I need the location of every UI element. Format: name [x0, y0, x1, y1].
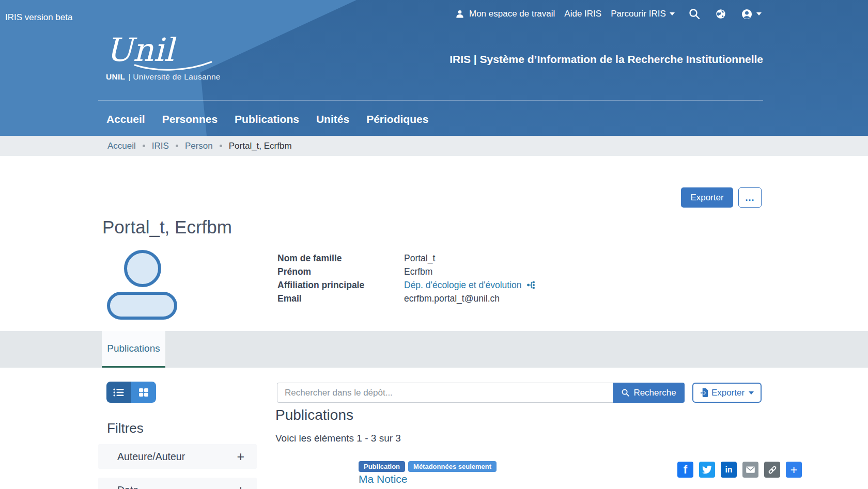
field-value: Ecrfbm: [404, 266, 432, 277]
copy-link-icon[interactable]: [764, 462, 780, 478]
globe-icon: [715, 8, 726, 20]
filter-auteur[interactable]: Auteure/Auteur +: [98, 444, 257, 469]
badge-publication: Publication: [359, 461, 405, 472]
caret-down-icon: [749, 391, 754, 395]
result-item-title[interactable]: Ma Notice: [359, 473, 408, 485]
unil-tagline-text: | Université de Lausanne: [128, 72, 220, 81]
unil-logo-script: Unil: [106, 33, 177, 69]
list-view-icon: [113, 388, 125, 397]
results-export-dropdown[interactable]: Exporter: [692, 383, 762, 403]
header-hero: IRIS version beta Mon espace de travail …: [0, 0, 868, 136]
field-row: Email ecrfbm.portal_t@unil.ch: [277, 292, 536, 305]
affiliation-label: Dép. d'écologie et d'évolution: [404, 280, 522, 291]
affiliation-link[interactable]: Dép. d'écologie et d'évolution: [404, 280, 536, 291]
repository-search-input[interactable]: [277, 383, 613, 403]
chain-link-icon: [767, 465, 778, 475]
export-dropdown-label: Exporter: [711, 388, 745, 398]
results-count: Voici les éléments 1 - 3 sur 3: [275, 433, 401, 444]
breadcrumb-accueil[interactable]: Accueil: [107, 141, 136, 151]
search-icon: [688, 8, 701, 20]
plus-icon: +: [237, 449, 244, 464]
nav-personnes[interactable]: Personnes: [162, 113, 218, 125]
field-row: Affiliation principale Dép. d'écologie e…: [277, 278, 536, 292]
field-label: Email: [277, 293, 404, 304]
more-actions-button[interactable]: ...: [738, 187, 762, 208]
breadcrumb-current: Portal_t, Ecrfbm: [229, 141, 292, 151]
person-details: Nom de famille Portal_t Prénom Ecrfbm Af…: [277, 251, 536, 305]
unil-acronym: UNIL: [106, 72, 125, 81]
breadcrumb-separator: [176, 145, 178, 147]
search-button-label: Recherche: [633, 388, 676, 398]
facebook-share-icon[interactable]: f: [677, 462, 693, 478]
account-menu[interactable]: [741, 8, 762, 20]
badge-metadata-only: Métadonnées seulement: [408, 461, 497, 472]
filter-label: Auteure/Auteur: [117, 451, 185, 463]
breadcrumb-person[interactable]: Person: [185, 141, 213, 151]
email-share-icon[interactable]: [742, 462, 758, 478]
filters-title: Filtres: [107, 420, 144, 436]
field-label: Prénom: [277, 266, 404, 277]
account-icon: [741, 8, 753, 20]
unil-logo[interactable]: Unil: [105, 33, 224, 76]
share-buttons: f in +: [677, 462, 802, 478]
main-nav: Accueil Personnes Publications Unités Pé…: [106, 113, 428, 125]
topbar-menu: Mon espace de travail Aide IRIS Parcouri…: [455, 6, 762, 22]
browse-label: Parcourir IRIS: [611, 9, 666, 19]
linkedin-share-icon[interactable]: in: [721, 462, 737, 478]
file-export-icon: [700, 388, 710, 398]
tab-strip: Publications: [0, 331, 868, 368]
plus-icon: +: [237, 483, 244, 489]
unil-logo-tagline: UNIL| Université de Lausanne: [106, 72, 221, 82]
nav-periodiques[interactable]: Périodiques: [366, 113, 428, 125]
results-heading: Publications: [275, 407, 353, 423]
breadcrumb-iris[interactable]: IRIS: [152, 141, 169, 151]
breadcrumb-separator: [220, 145, 222, 147]
tab-publications[interactable]: Publications: [102, 331, 165, 368]
caret-down-icon: [756, 12, 762, 15]
breadcrumb: Accueil IRIS Person Portal_t, Ecrfbm: [0, 136, 868, 156]
field-value: ecrfbm.portal_t@unil.ch: [404, 293, 500, 304]
grid-view-button[interactable]: [131, 382, 156, 403]
nav-publications[interactable]: Publications: [235, 113, 299, 125]
field-row: Prénom Ecrfbm: [277, 265, 536, 278]
search-button[interactable]: [688, 8, 701, 20]
nav-divider: [98, 100, 763, 101]
field-row: Nom de famille Portal_t: [277, 251, 536, 265]
search-icon: [621, 388, 630, 397]
view-toggle-group: [106, 382, 156, 403]
export-button[interactable]: Exporter: [681, 187, 733, 208]
twitter-bird-icon: [702, 465, 712, 475]
app-title: IRIS | Système d’Information de la Reche…: [450, 53, 763, 66]
workspace-label: Mon espace de travail: [469, 9, 555, 19]
filter-label: Date: [117, 484, 138, 489]
search-submit-button[interactable]: Recherche: [613, 383, 685, 403]
grid-view-icon: [138, 388, 149, 397]
nav-accueil[interactable]: Accueil: [106, 113, 145, 125]
caret-down-icon: [670, 12, 675, 15]
list-view-button[interactable]: [106, 382, 131, 403]
help-link[interactable]: Aide IRIS: [564, 9, 601, 19]
field-value: Portal_t: [404, 253, 435, 264]
page-title: Portal_t, Ecrfbm: [102, 217, 232, 238]
envelope-icon: [745, 464, 756, 475]
language-button[interactable]: [715, 8, 726, 20]
filter-date[interactable]: Date +: [98, 478, 257, 489]
field-label: Affiliation principale: [277, 280, 404, 291]
nav-unites[interactable]: Unités: [316, 113, 349, 125]
field-label: Nom de famille: [277, 253, 404, 264]
twitter-share-icon[interactable]: [699, 462, 715, 478]
breadcrumb-separator: [143, 145, 145, 147]
version-label: IRIS version beta: [5, 12, 72, 23]
avatar: [106, 247, 178, 320]
share-plus-icon[interactable]: +: [786, 462, 802, 478]
result-badges: Publication Métadonnées seulement: [359, 461, 497, 472]
iris-person-page: IRIS version beta Mon espace de travail …: [0, 0, 868, 489]
org-chart-icon: [526, 280, 536, 290]
person-icon: [455, 9, 465, 19]
browse-menu[interactable]: Parcourir IRIS: [611, 9, 675, 19]
workspace-link[interactable]: Mon espace de travail: [455, 9, 555, 19]
